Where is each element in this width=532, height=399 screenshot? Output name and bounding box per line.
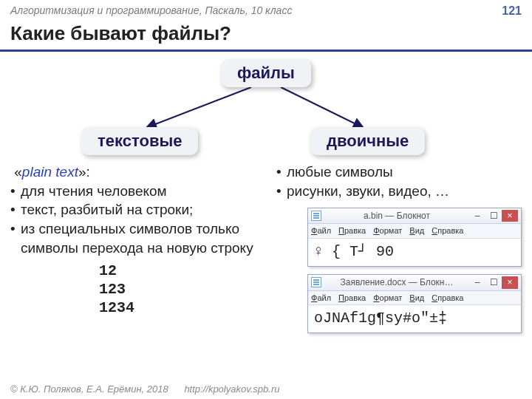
window-menu: Файл Правка Формат Вид Справка <box>308 291 521 306</box>
window-menu: Файл Правка Формат Вид Справка <box>308 224 521 239</box>
binary-files-column: любые символы рисунки, звуки, видео, … a… <box>276 163 522 333</box>
window-title: Заявление.docx — Блокн… <box>324 276 469 288</box>
plain-text-term: plain text <box>22 164 78 180</box>
slide-footer: © К.Ю. Поляков, Е.А. Ерёмин, 2018 http:/… <box>0 383 532 395</box>
notepad-window-docx: Заявление.docx — Блокн… –☐× Файл Правка … <box>307 274 522 333</box>
menu-item[interactable]: Формат <box>373 225 402 236</box>
svg-line-1 <box>281 87 362 127</box>
minimize-button[interactable]: – <box>469 210 485 222</box>
window-body: ♀ { T┘ 90 <box>308 239 521 266</box>
list-item: из специальных символов только символы п… <box>13 219 269 257</box>
minimize-button[interactable]: – <box>469 276 485 288</box>
menu-item[interactable]: Вид <box>409 293 424 304</box>
menu-item[interactable]: Правка <box>338 293 366 304</box>
plain-text-lead: «plain text»: <box>10 163 269 182</box>
menu-item[interactable]: Вид <box>409 225 424 236</box>
sample-line: 12 <box>99 262 269 280</box>
menu-item[interactable]: Файл <box>311 225 331 236</box>
close-button[interactable]: × <box>502 276 518 288</box>
page-number: 121 <box>502 4 522 18</box>
content-columns: «plain text»: для чтения человеком текст… <box>0 163 532 333</box>
list-item: текст, разбитый на строки; <box>13 200 269 219</box>
maximize-button[interactable]: ☐ <box>485 210 502 222</box>
node-text-files: текстовые <box>81 127 198 155</box>
close-button[interactable]: × <box>502 210 518 222</box>
maximize-button[interactable]: ☐ <box>485 276 502 288</box>
menu-item[interactable]: Файл <box>311 293 331 304</box>
list-item: для чтения человеком <box>13 182 269 201</box>
window-sys-buttons: –☐× <box>469 276 518 288</box>
list-item: любые символы <box>279 163 522 182</box>
node-binary-files: двоичные <box>310 127 425 155</box>
copyright: © К.Ю. Поляков, Е.А. Ерёмин, 2018 <box>10 383 168 395</box>
file-tree-diagram: файлы текстовые двоичные <box>0 59 532 163</box>
menu-item[interactable]: Справка <box>432 225 463 236</box>
sample-line: 1234 <box>99 299 269 317</box>
window-body: oJNAf1g¶sy#o"±‡ <box>308 305 521 332</box>
text-sample: 12 123 1234 <box>99 262 269 317</box>
text-files-column: «plain text»: для чтения человеком текст… <box>10 163 269 333</box>
slide-header: Алгоритмизация и программирование, Паска… <box>0 0 532 19</box>
document-icon <box>311 211 321 221</box>
notepad-window-bin: a.bin — Блокнот –☐× Файл Правка Формат В… <box>307 208 522 267</box>
node-root: файлы <box>221 59 311 87</box>
svg-line-0 <box>148 87 251 127</box>
window-sys-buttons: –☐× <box>469 210 518 222</box>
menu-item[interactable]: Справка <box>432 293 463 304</box>
document-icon <box>311 277 321 287</box>
window-title: a.bin — Блокнот <box>324 210 469 222</box>
window-titlebar: Заявление.docx — Блокн… –☐× <box>308 275 521 290</box>
menu-item[interactable]: Формат <box>373 293 402 304</box>
text-files-list: для чтения человеком текст, разбитый на … <box>10 182 269 258</box>
course-title: Алгоритмизация и программирование, Паска… <box>10 4 292 18</box>
footer-url: http://kpolyakov.spb.ru <box>184 383 279 395</box>
binary-files-list: любые символы рисунки, звуки, видео, … <box>276 163 522 200</box>
menu-item[interactable]: Правка <box>338 225 366 236</box>
sample-line: 123 <box>99 280 269 299</box>
list-item: рисунки, звуки, видео, … <box>279 182 522 201</box>
page-title: Какие бывают файлы? <box>0 19 532 52</box>
window-titlebar: a.bin — Блокнот –☐× <box>308 208 521 224</box>
